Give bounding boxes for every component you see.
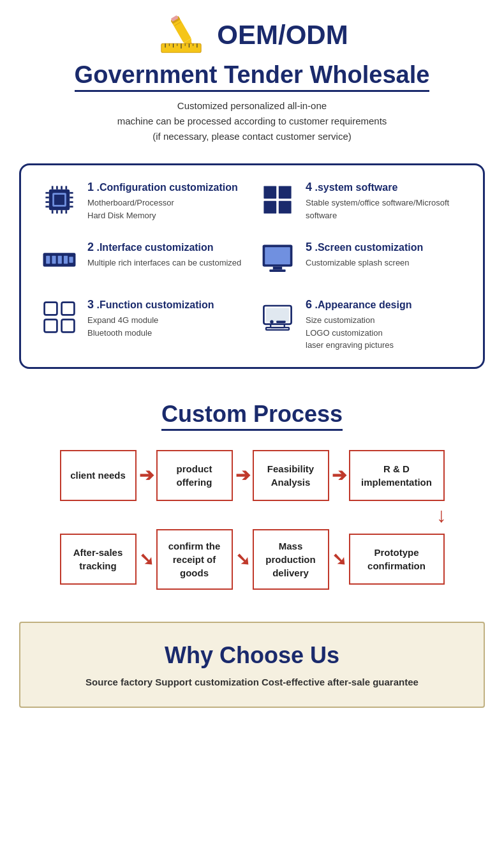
feature-desc-4: Stable system/office software/Microsoft … [306,197,464,221]
pencil-ruler-icon [156,13,207,57]
arrow-left-2: ➘ [233,549,253,570]
feature-text-5: 5 .Screen customization Customizable spl… [306,241,423,269]
svg-rect-46 [69,257,73,262]
arrow-right-1: ➔ [137,465,156,486]
oem-title: OEM/ODM [217,20,348,50]
windows-icon [258,181,297,219]
svg-rect-40 [279,201,292,214]
process-box-confirm-receipt: confirm thereceipt ofgoods [156,529,233,590]
features-box: 1 .Configuration customization Motherboa… [19,163,485,369]
features-grid: 1 .Configuration customization Motherboa… [40,181,464,352]
process-section: Custom Process client needs ➔ productoff… [0,382,504,603]
svg-rect-43 [52,256,56,264]
svg-rect-60 [266,327,289,330]
svg-rect-38 [279,186,292,199]
header-section: OEM/ODM Government Tender Wholesale Cust… [0,0,504,151]
feature-item-4: 4 .system software Stable system/office … [258,181,464,221]
svg-rect-50 [269,269,285,272]
box-icon [258,298,297,336]
process-box-mass-production: Massproductiondelivery [253,529,329,590]
process-box-feasibility: FeasibilityAnalysis [253,450,329,501]
feature-text-2: 2 .Interface customization Multiple rich… [87,241,241,269]
feature-item-1: 1 .Configuration customization Motherboa… [40,181,246,221]
svg-rect-54 [62,320,75,333]
feature-text-3: 3 .Function customization Expand 4G modu… [87,298,214,339]
feature-item-5: 5 .Screen customization Customizable spl… [258,241,464,279]
process-row-1: client needs ➔ productoffering ➔ Feasibi… [19,450,485,501]
feature-title-1: 1 .Configuration customization [87,181,238,194]
monitor-icon [258,241,297,279]
header-top: OEM/ODM [26,13,478,57]
feature-title-5: 5 .Screen customization [306,241,423,254]
svg-rect-49 [273,267,282,270]
svg-rect-45 [64,256,68,264]
process-box-client-needs: client needs [60,450,137,501]
subtitle: Customized personalized all-in-one machi… [26,98,478,144]
feature-title-2: 2 .Interface customization [87,241,241,254]
svg-rect-20 [54,195,64,205]
arrow-right-3: ➔ [329,465,349,486]
feature-desc-3: Expand 4G moduleBluetooth module [87,314,214,339]
arrow-left-3: ➘ [329,549,349,570]
feature-text-6: 6 .Appearance design Size customizationL… [306,298,412,352]
feature-title-3: 3 .Function customization [87,298,214,311]
why-section: Why Choose Us Source factory Support cus… [19,622,485,708]
cpu-icon [40,181,78,219]
feature-item-2: 2 .Interface customization Multiple rich… [40,241,246,279]
why-desc: Source factory Support customization Cos… [33,677,471,687]
feature-item-6: 6 .Appearance design Size customizationL… [258,298,464,352]
svg-rect-37 [263,186,276,199]
feature-text-4: 4 .system software Stable system/office … [306,181,464,221]
process-rows: client needs ➔ productoffering ➔ Feasibi… [13,450,491,590]
svg-rect-56 [266,308,289,322]
down-arrow-icon: ↓ [436,501,447,529]
function-icon [40,298,78,336]
why-title: Why Choose Us [33,642,471,669]
svg-rect-48 [265,247,290,264]
svg-point-57 [270,320,273,324]
svg-rect-53 [45,320,57,333]
svg-rect-52 [62,303,75,315]
svg-rect-39 [263,201,276,214]
feature-text-1: 1 .Configuration customization Motherboa… [87,181,238,221]
process-box-aftersales: After-salestracking [60,534,137,585]
svg-rect-44 [58,256,62,264]
process-box-product-offering: productoffering [156,450,233,501]
feature-desc-5: Customizable splash screen [306,257,423,269]
arrow-right-2: ➔ [233,465,253,486]
process-box-prototype: Prototypeconfirmation [349,534,445,585]
feature-item-3: 3 .Function customization Expand 4G modu… [40,298,246,352]
feature-desc-1: Motherboard/ProcessorHard Disk Memory [87,197,238,221]
process-box-rd: R & Dimplementation [349,450,445,501]
process-title: Custom Process [161,401,343,431]
feature-title-6: 6 .Appearance design [306,298,412,311]
down-arrow-container: ↓ [19,501,485,529]
svg-rect-51 [45,303,57,315]
arrow-left-1: ➘ [137,549,156,570]
svg-rect-42 [46,256,50,264]
feature-desc-2: Multiple rich interfaces can be customiz… [87,257,241,269]
feature-desc-6: Size customizationLOGO customization las… [306,314,412,352]
svg-rect-58 [276,320,285,323]
feature-title-4: 4 .system software [306,181,464,194]
gov-title: Government Tender Wholesale [75,61,430,92]
interface-icon [40,241,78,279]
process-row-2: After-salestracking ➘ confirm thereceipt… [19,529,485,590]
